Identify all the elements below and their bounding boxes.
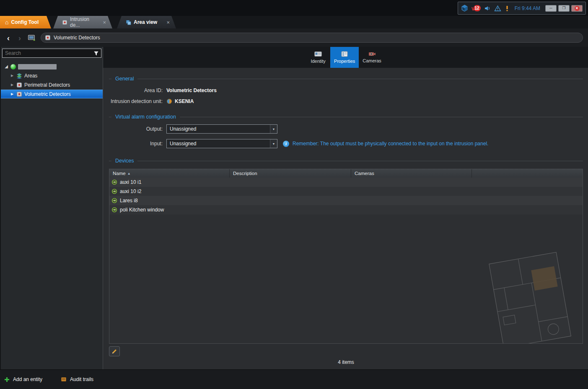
tab-properties[interactable]: Properties [330,47,359,68]
output-row: Output: Unassigned ▼ [109,124,583,134]
close-icon: × [575,6,580,11]
expander-collapsed-icon[interactable]: ▶ [10,93,14,96]
tab-area-view[interactable]: Area view × [117,16,176,28]
table-row[interactable]: Lares i8 [109,196,583,205]
devices-table-body: auxi 10 i1 auxi 10 i2 [109,178,583,343]
tab-area-view-label: Area view [134,19,157,25]
tree-item-label: Perimetral Detectors [24,82,70,88]
intrusion-area-icon [16,91,22,97]
window-controls: ─ ❐ × [545,5,583,12]
tab-config-tool-label: Config Tool [11,19,39,25]
chevron-down-icon: ▼ [270,139,277,148]
tab-intrusion-detection[interactable]: Intrusion de... × [53,16,112,28]
identity-card-icon [314,51,322,57]
tree-item-root[interactable]: ◢ [1,62,103,71]
column-header-cameras[interactable]: Cameras [351,169,472,178]
tab-close-icon[interactable]: × [166,19,170,26]
audit-trails-label: Audit trails [70,376,93,382]
search-input[interactable] [3,50,91,56]
main-panel: Identity Properties [103,47,588,369]
expander-expanded-icon[interactable]: ◢ [4,64,8,69]
tab-config-tool[interactable]: ⌂ Config Tool [0,16,51,28]
info-note: i Remember: The output must be physicall… [283,141,488,147]
devices-table: Name ▲ Description Cameras [109,169,583,344]
tab-cameras-label: Cameras [363,58,381,63]
table-row[interactable]: poli Kitchen window [109,205,583,214]
add-entity-label: Add an entity [13,376,42,382]
intrusion-unit-name: KSENIA [175,98,194,104]
heading-rule [180,117,583,117]
info-icon: i [283,141,289,147]
area-id-label: Area ID: [109,88,163,93]
tree-item-label: Volumetric Detectors [24,91,71,97]
heading-rule [109,161,111,161]
security-desk-icon[interactable] [461,5,468,12]
heading-rule [109,79,111,79]
edit-device-button[interactable] [109,346,120,356]
expander-collapsed-icon[interactable]: ▶ [10,83,14,87]
filter-button[interactable] [91,49,101,57]
expander-collapsed-icon[interactable]: ▶ [10,74,14,77]
table-toolbar [109,346,583,356]
home-icon: ⌂ [5,19,8,25]
tab-intrusion-label: Intrusion de... [70,16,100,28]
intrusion-unit-label: Intrusion detection unit: [109,98,163,104]
title-bar: v 12 Fri 9:44 AM ─ [0,0,588,16]
close-button[interactable]: × [571,5,583,12]
areas-icon [16,73,22,79]
navigation-bar: ‹ › Volumetric Detectors [0,28,588,47]
table-row[interactable]: auxi 10 i2 [109,187,583,196]
warning-triangle-icon[interactable] [494,5,501,12]
input-label: Input: [109,141,163,147]
tab-cameras[interactable]: Cameras [359,47,385,68]
area-view-task-icon [126,20,131,25]
column-header-description[interactable]: Description [230,169,351,178]
add-entity-button[interactable]: Add an entity [4,376,42,382]
tab-close-icon[interactable]: × [103,19,106,26]
section-devices-title: Devices [115,158,134,164]
maximize-button[interactable]: ❐ [558,5,570,12]
volumetric-detectors-icon [45,35,51,41]
section-general: General [109,75,583,82]
device-name: auxi 10 i1 [120,179,141,185]
intrusion-task-icon [62,20,67,25]
tree-item-volumetric-detectors[interactable]: ▶ Volumetric Detectors [1,90,103,98]
section-virtual-alarm: Virtual alarm configuration [109,113,583,120]
entity-browser-icon[interactable] [28,34,36,41]
input-row: Input: Unassigned ▼ i Remember: The outp… [109,139,583,148]
speaker-icon[interactable] [484,5,491,12]
entity-selector[interactable]: Volumetric Detectors [41,33,583,43]
output-dropdown[interactable]: Unassigned ▼ [166,124,277,134]
tree-item-areas[interactable]: ▶ Areas [1,71,103,80]
properties-content: General Area ID: Volumetric Detectors In… [103,68,588,369]
forward-button[interactable]: › [16,34,23,42]
tree-item-perimetral-detectors[interactable]: ▶ Perimetral Detectors [1,80,103,90]
area-id-row: Area ID: Volumetric Detectors [109,88,583,93]
alert-indicator-icon[interactable] [505,5,510,12]
chevron-down-icon: ▼ [270,125,277,133]
tab-properties-label: Properties [334,59,355,64]
input-dropdown[interactable]: Unassigned ▼ [166,139,277,148]
column-header-empty[interactable] [472,169,583,178]
area-id-value: Volumetric Detectors [166,88,217,93]
redacted-root-name [18,64,57,70]
minimize-button[interactable]: ─ [545,5,557,12]
entity-tree: ◢ ▶ Areas ▶ [1,62,103,98]
notification-badge[interactable]: v 12 [471,5,481,12]
input-dropdown-value: Unassigned [167,139,270,148]
tab-identity[interactable]: Identity [306,47,330,68]
table-row[interactable]: auxi 10 i1 [109,178,583,187]
intrusion-unit-icon [166,98,172,104]
bottom-action-bar: Add an entity Audit trails [0,369,588,389]
audit-trails-icon [61,376,67,382]
column-header-name[interactable]: Name ▲ [109,169,230,178]
audit-trails-button[interactable]: Audit trails [61,376,93,382]
heading-rule [137,161,583,161]
camera-icon [368,52,376,57]
section-virtual-alarm-title: Virtual alarm configuration [115,114,176,120]
info-note-text: Remember: The output must be physically … [293,141,488,147]
plus-icon [4,377,10,382]
device-name: auxi 10 i2 [120,188,141,194]
sort-ascending-icon: ▲ [127,172,131,175]
back-button[interactable]: ‹ [5,34,12,42]
